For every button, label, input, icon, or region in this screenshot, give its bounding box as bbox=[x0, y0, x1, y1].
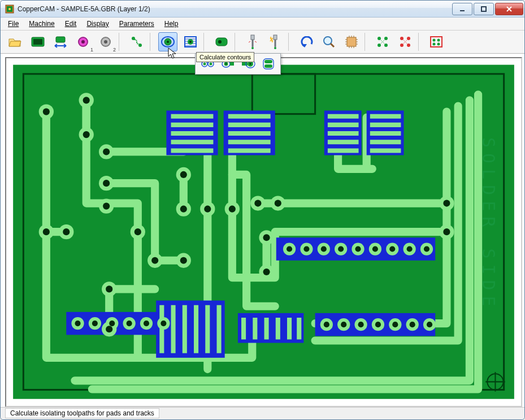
svg-point-159 bbox=[229, 206, 236, 213]
svg-point-164 bbox=[254, 200, 261, 207]
svg-point-161 bbox=[263, 235, 270, 241]
toolbar-separator bbox=[235, 33, 240, 51]
toolbar-separator bbox=[365, 33, 370, 51]
layer-1-button[interactable]: 1 bbox=[73, 32, 93, 51]
calculate-contours-button[interactable] bbox=[158, 32, 177, 51]
outline-cut-button[interactable] bbox=[212, 32, 231, 51]
svg-point-178 bbox=[92, 321, 98, 326]
toolbar-separator bbox=[119, 33, 124, 51]
svg-point-16 bbox=[167, 41, 169, 43]
chip-preview-button[interactable] bbox=[342, 32, 361, 51]
svg-point-183 bbox=[324, 322, 329, 327]
toolbar-separator bbox=[418, 33, 423, 51]
menu-machine[interactable]: Machine bbox=[24, 18, 59, 29]
statusbar: Calculate isolating toolpaths for pads a… bbox=[1, 407, 524, 419]
toolbar-separator bbox=[150, 33, 155, 51]
folder-open-icon bbox=[8, 36, 23, 48]
svg-rect-36 bbox=[431, 37, 442, 47]
svg-point-176 bbox=[424, 246, 429, 252]
sub-contour-slot-button[interactable] bbox=[259, 55, 277, 72]
svg-rect-7 bbox=[56, 37, 65, 42]
undo-button[interactable] bbox=[297, 32, 316, 51]
menu-file[interactable]: File bbox=[3, 18, 24, 29]
close-button[interactable] bbox=[495, 3, 523, 15]
menu-display[interactable]: Display bbox=[81, 18, 114, 29]
toolbar-separator bbox=[288, 33, 293, 51]
app-icon bbox=[5, 5, 14, 14]
svg-point-187 bbox=[392, 322, 398, 327]
nodes-icon bbox=[399, 36, 411, 48]
svg-point-151 bbox=[43, 228, 50, 235]
svg-point-37 bbox=[433, 38, 436, 41]
open-file-button[interactable] bbox=[6, 32, 25, 51]
layer-dot-icon bbox=[77, 36, 89, 48]
svg-point-174 bbox=[389, 246, 395, 252]
select-area-button[interactable] bbox=[427, 32, 446, 51]
svg-point-173 bbox=[372, 246, 378, 252]
nodes-red-button[interactable] bbox=[396, 32, 415, 51]
svg-rect-3 bbox=[460, 10, 465, 11]
contours-icon bbox=[160, 35, 175, 49]
zoom-button[interactable] bbox=[319, 32, 339, 51]
drill-button[interactable] bbox=[243, 32, 262, 51]
svg-point-11 bbox=[104, 40, 107, 44]
svg-point-186 bbox=[375, 322, 381, 327]
flip-horizontal-button[interactable] bbox=[51, 32, 70, 51]
toolbar: 1 2 bbox=[1, 31, 524, 54]
toolbar-separator bbox=[203, 33, 209, 51]
svg-rect-66 bbox=[238, 313, 303, 343]
svg-point-167 bbox=[443, 228, 450, 235]
menu-help[interactable]: Help bbox=[159, 18, 184, 29]
svg-rect-54 bbox=[264, 64, 272, 68]
layer-dot-icon bbox=[99, 36, 112, 48]
outline-icon bbox=[214, 36, 229, 47]
menu-parameters[interactable]: Parameters bbox=[114, 18, 159, 29]
svg-point-157 bbox=[180, 206, 187, 213]
svg-point-170 bbox=[321, 246, 327, 252]
svg-point-44 bbox=[210, 62, 212, 65]
mill-button[interactable] bbox=[266, 32, 285, 51]
svg-point-166 bbox=[443, 200, 450, 207]
svg-point-149 bbox=[103, 180, 110, 187]
svg-point-19 bbox=[189, 41, 192, 43]
maximize-button[interactable] bbox=[474, 3, 494, 15]
svg-point-189 bbox=[427, 322, 432, 327]
svg-point-21 bbox=[218, 40, 222, 44]
svg-point-23 bbox=[251, 47, 254, 49]
menubar: File Machine Edit Display Parameters Hel… bbox=[1, 18, 524, 30]
nodes-green-button[interactable] bbox=[373, 32, 392, 51]
minimize-button[interactable] bbox=[452, 3, 472, 15]
board-view-button[interactable] bbox=[28, 32, 47, 51]
layer-2-button[interactable]: 2 bbox=[96, 32, 115, 51]
svg-rect-53 bbox=[264, 60, 272, 63]
svg-point-155 bbox=[180, 257, 187, 264]
svg-point-177 bbox=[75, 321, 80, 326]
layer-badge-2: 2 bbox=[113, 47, 116, 53]
track-edit-button[interactable] bbox=[127, 32, 146, 51]
svg-rect-49 bbox=[242, 62, 248, 66]
titlebar: CopperCAM - SAMPLE-5A.GBR (Layer 1/2) bbox=[1, 1, 524, 18]
svg-point-182 bbox=[160, 321, 166, 326]
svg-point-171 bbox=[338, 246, 344, 252]
app-window: CopperCAM - SAMPLE-5A.GBR (Layer 1/2) Fi… bbox=[0, 0, 525, 420]
svg-rect-6 bbox=[33, 39, 42, 45]
svg-point-181 bbox=[144, 321, 149, 326]
svg-rect-48 bbox=[230, 62, 234, 66]
svg-point-162 bbox=[106, 286, 112, 293]
layer-badge-1: 1 bbox=[90, 47, 93, 53]
svg-point-180 bbox=[127, 321, 132, 326]
svg-point-148 bbox=[103, 149, 110, 155]
svg-point-184 bbox=[341, 322, 346, 327]
nodes-icon bbox=[376, 36, 389, 48]
hatching-button[interactable] bbox=[181, 32, 200, 51]
chip-icon bbox=[345, 35, 358, 49]
undo-icon bbox=[299, 36, 314, 47]
board-icon bbox=[31, 36, 45, 47]
viewport[interactable]: SOLDER SIDE bbox=[5, 57, 522, 406]
svg-point-25 bbox=[274, 47, 276, 49]
menu-edit[interactable]: Edit bbox=[60, 18, 82, 29]
svg-point-47 bbox=[225, 63, 227, 64]
canvas-area: SOLDER SIDE bbox=[1, 54, 524, 406]
track-icon bbox=[130, 35, 144, 49]
pcb-silk-text: SOLDER SIDE bbox=[479, 137, 498, 312]
